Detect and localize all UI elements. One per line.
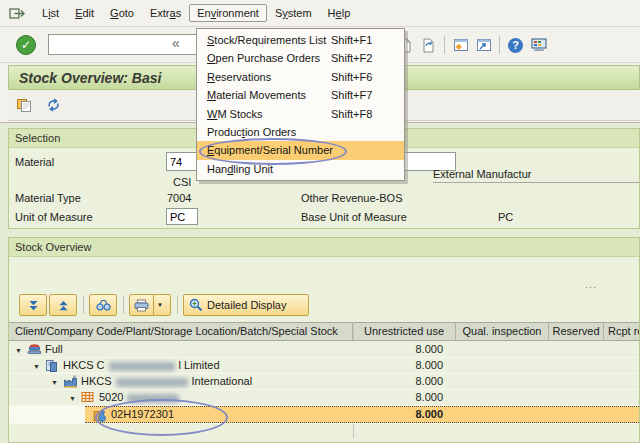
collapse-all-button[interactable] (49, 294, 77, 316)
material-description: CSI (173, 176, 191, 188)
toolbar-separator (123, 296, 124, 314)
new-session-icon[interactable] (451, 35, 470, 55)
column-header[interactable]: Reserved (549, 323, 604, 340)
row-text: l Limited (179, 359, 220, 371)
shortcut-label: Shift+F1 (331, 31, 372, 49)
tree-expand-arrow[interactable]: ▼ (15, 343, 22, 358)
menu-exit-icon[interactable] (9, 6, 26, 20)
row-value: 8.000 (353, 406, 443, 423)
row-text: HKCS (81, 375, 112, 387)
stock-overview-group-header: Stock Overview (9, 238, 639, 257)
column-header[interactable]: Qual. inspection (456, 323, 549, 340)
shortcut-label: Shift+F8 (331, 105, 372, 123)
command-field: ▼ (48, 34, 165, 55)
annotation-ellipse-menu-item (199, 138, 347, 165)
table-row-plant[interactable]: ▼ HKCSInternational 8.000 (9, 374, 639, 390)
toolbar-separator (83, 296, 84, 314)
row-text: HKCS C (63, 359, 105, 371)
material-type-description: Other Revenue-BOS (301, 192, 403, 204)
menu-environment[interactable]: Environment (189, 4, 267, 22)
row-text: 5020 (99, 391, 123, 403)
menu-list[interactable]: List (34, 4, 67, 22)
shortcut-label: Shift+F7 (331, 86, 372, 104)
shortcut-label: Shift+F6 (331, 68, 372, 86)
row-value: 8.000 (353, 390, 443, 405)
client-icon (27, 343, 42, 355)
menu-item-material-movements[interactable]: Material MovementsShift+F7 (197, 86, 404, 104)
menu-item-stock-requirements-list[interactable]: Stock/Requirements ListShift+F1 (197, 31, 404, 49)
help-icon[interactable]: ? (506, 35, 525, 55)
redacted-text (116, 378, 188, 387)
detailed-display-label: Detailed Display (207, 299, 286, 311)
external-manufacturer-label: External Manufactur (433, 168, 639, 183)
other-material-icon[interactable] (13, 94, 35, 116)
row-value: 8.000 (353, 374, 443, 389)
table-header-row: Client/Company Code/Plant/Storage Locati… (9, 322, 639, 341)
row-value: 8.000 (353, 342, 443, 357)
menu-edit[interactable]: Edit (67, 4, 102, 22)
enter-check-icon[interactable]: ✓ (16, 35, 36, 55)
shortcut-label: Shift+F2 (331, 49, 372, 67)
toolbar-separator (177, 296, 178, 314)
row-text: International (192, 375, 253, 387)
create-shortcut-icon[interactable] (474, 35, 493, 55)
table-row-storage-location[interactable]: ▼ 5020 8.000 (9, 390, 639, 406)
overflow-dots: ... (585, 278, 597, 290)
material-type-label: Material Type (15, 192, 81, 204)
menu-goto[interactable]: Goto (102, 4, 142, 22)
refresh-icon[interactable] (42, 94, 64, 116)
base-unit-value: PC (498, 211, 513, 223)
column-header[interactable]: Client/Company Code/Plant/Storage Locati… (9, 323, 353, 340)
column-header[interactable]: Unrestricted use (353, 323, 456, 340)
menu-system[interactable]: System (267, 4, 320, 22)
redacted-text (109, 362, 175, 371)
menu-extras[interactable]: Extras (142, 4, 189, 22)
page-refresh-icon[interactable] (419, 35, 438, 55)
collapse-toolbar-icon[interactable]: « (172, 35, 180, 51)
find-button[interactable] (89, 294, 117, 316)
plant-icon (63, 375, 78, 388)
material-type-value: 7004 (167, 192, 191, 204)
table-row-company-code[interactable]: ▼ HKCS Cl Limited 8.000 (9, 358, 639, 374)
storage-location-icon (81, 391, 94, 403)
menu-item-open-purchase-orders[interactable]: Open Purchase OrdersShift+F2 (197, 49, 404, 67)
toolbar-right-icons: ? (396, 33, 548, 57)
menu-bar: List Edit Goto Extras Environment System… (0, 0, 640, 27)
page-title: Stock Overview: Basi (9, 70, 161, 86)
unit-of-measure-label: Unit of Measure (15, 211, 93, 223)
print-button[interactable]: ▼ (129, 294, 171, 316)
row-value: 8.000 (353, 358, 443, 373)
menu-item-wm-stocks[interactable]: WM StocksShift+F8 (197, 105, 404, 123)
print-menu-arrow-icon[interactable]: ▼ (153, 295, 166, 315)
detailed-display-button[interactable]: Detailed Display (183, 294, 309, 316)
menu-help[interactable]: Help (320, 4, 359, 22)
base-unit-label: Base Unit of Measure (301, 211, 407, 223)
layout-settings-icon[interactable] (529, 35, 548, 55)
menu-item-reservations[interactable]: ReservationsShift+F6 (197, 68, 404, 86)
material-label: Material (15, 156, 54, 168)
tree-expand-arrow[interactable]: ▼ (51, 375, 58, 390)
row-text: Full (45, 343, 63, 355)
unit-of-measure-input[interactable] (166, 208, 198, 225)
toolbar-separator (499, 36, 500, 54)
tree-expand-arrow[interactable]: ▼ (33, 359, 40, 374)
expand-all-button[interactable] (19, 294, 47, 316)
table-row-client[interactable]: ▼ Full 8.000 (9, 342, 639, 358)
tree-expand-arrow[interactable]: ▼ (69, 391, 76, 406)
toolbar-separator (444, 36, 445, 54)
company-code-icon (45, 359, 58, 372)
column-header[interactable]: Rcpt reser (604, 323, 639, 340)
annotation-ellipse-batch-row (95, 399, 228, 436)
sap-stock-overview-window: List Edit Goto Extras Environment System… (0, 0, 640, 443)
